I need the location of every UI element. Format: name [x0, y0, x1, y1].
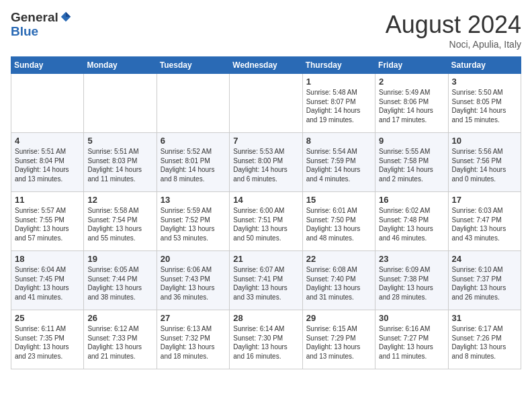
day-number: 6	[161, 136, 226, 146]
calendar-day-cell: 1Sunrise: 5:48 AMSunset: 8:07 PMDaylight…	[302, 74, 375, 133]
day-info: Sunrise: 5:54 AMSunset: 7:59 PMDaylight:…	[306, 147, 371, 183]
location-subtitle: Noci, Apulia, Italy	[386, 39, 521, 50]
logo-icon	[60, 11, 72, 23]
day-info: Sunrise: 6:15 AMSunset: 7:29 PMDaylight:…	[306, 324, 371, 361]
day-info: Sunrise: 6:11 AMSunset: 7:35 PMDaylight:…	[15, 324, 80, 361]
calendar-day-cell: 11Sunrise: 5:57 AMSunset: 7:55 PMDayligh…	[11, 192, 84, 251]
calendar-day-cell: 24Sunrise: 6:10 AMSunset: 7:37 PMDayligh…	[448, 251, 521, 310]
day-info: Sunrise: 5:55 AMSunset: 7:58 PMDaylight:…	[379, 147, 444, 183]
logo-general-text: General	[11, 11, 58, 25]
calendar-day-cell: 13Sunrise: 5:59 AMSunset: 7:52 PMDayligh…	[157, 192, 229, 251]
calendar-day-cell: 5Sunrise: 5:51 AMSunset: 8:03 PMDaylight…	[84, 133, 157, 192]
day-info: Sunrise: 6:08 AMSunset: 7:40 PMDaylight:…	[306, 265, 371, 302]
day-info: Sunrise: 6:14 AMSunset: 7:30 PMDaylight:…	[233, 324, 298, 361]
day-number: 16	[379, 195, 444, 205]
day-info: Sunrise: 6:01 AMSunset: 7:50 PMDaylight:…	[306, 206, 371, 242]
title-section: August 2024 Noci, Apulia, Italy	[386, 11, 521, 50]
day-number: 4	[15, 136, 80, 146]
day-number: 27	[161, 313, 226, 323]
day-number: 9	[379, 136, 444, 146]
calendar-week-row: 4Sunrise: 5:51 AMSunset: 8:04 PMDaylight…	[11, 133, 521, 192]
calendar-day-cell: 29Sunrise: 6:15 AMSunset: 7:29 PMDayligh…	[302, 310, 375, 369]
day-number: 15	[306, 195, 371, 205]
calendar-day-cell: 10Sunrise: 5:56 AMSunset: 7:56 PMDayligh…	[448, 133, 521, 192]
calendar-day-cell: 15Sunrise: 6:01 AMSunset: 7:50 PMDayligh…	[302, 192, 375, 251]
month-year-title: August 2024	[386, 11, 521, 39]
calendar-week-row: 1Sunrise: 5:48 AMSunset: 8:07 PMDaylight…	[11, 74, 521, 133]
day-number: 7	[233, 136, 298, 146]
calendar-day-cell: 8Sunrise: 5:54 AMSunset: 7:59 PMDaylight…	[302, 133, 375, 192]
day-info: Sunrise: 6:02 AMSunset: 7:48 PMDaylight:…	[379, 206, 444, 242]
calendar-day-cell: 27Sunrise: 6:13 AMSunset: 7:32 PMDayligh…	[157, 310, 229, 369]
weekday-header-thursday: Thursday	[302, 57, 375, 74]
logo-blue-text: Blue	[11, 25, 38, 39]
calendar-day-cell: 21Sunrise: 6:07 AMSunset: 7:41 PMDayligh…	[230, 251, 302, 310]
calendar-day-cell: 6Sunrise: 5:52 AMSunset: 8:01 PMDaylight…	[157, 133, 229, 192]
calendar-day-cell: 25Sunrise: 6:11 AMSunset: 7:35 PMDayligh…	[11, 310, 84, 369]
calendar-day-cell: 7Sunrise: 5:53 AMSunset: 8:00 PMDaylight…	[230, 133, 302, 192]
day-number: 18	[15, 254, 80, 264]
calendar-day-cell: 12Sunrise: 5:58 AMSunset: 7:54 PMDayligh…	[84, 192, 157, 251]
day-number: 2	[379, 77, 444, 87]
day-number: 31	[452, 313, 517, 323]
logo: General Blue	[11, 11, 72, 39]
calendar-day-cell: 9Sunrise: 5:55 AMSunset: 7:58 PMDaylight…	[375, 133, 448, 192]
day-number: 19	[87, 254, 152, 264]
calendar-week-row: 18Sunrise: 6:04 AMSunset: 7:45 PMDayligh…	[11, 251, 521, 310]
weekday-header-friday: Friday	[375, 57, 448, 74]
day-info: Sunrise: 6:13 AMSunset: 7:32 PMDaylight:…	[161, 324, 226, 361]
day-info: Sunrise: 5:48 AMSunset: 8:07 PMDaylight:…	[306, 88, 371, 124]
day-info: Sunrise: 6:16 AMSunset: 7:27 PMDaylight:…	[379, 324, 444, 361]
day-info: Sunrise: 6:04 AMSunset: 7:45 PMDaylight:…	[15, 265, 80, 302]
weekday-header-monday: Monday	[84, 57, 157, 74]
calendar-day-cell: 26Sunrise: 6:12 AMSunset: 7:33 PMDayligh…	[84, 310, 157, 369]
day-info: Sunrise: 5:51 AMSunset: 8:03 PMDaylight:…	[87, 147, 152, 183]
calendar-day-cell: 22Sunrise: 6:08 AMSunset: 7:40 PMDayligh…	[302, 251, 375, 310]
calendar-day-cell: 4Sunrise: 5:51 AMSunset: 8:04 PMDaylight…	[11, 133, 84, 192]
calendar-empty-cell	[157, 74, 229, 133]
day-number: 29	[306, 313, 371, 323]
calendar-day-cell: 17Sunrise: 6:03 AMSunset: 7:47 PMDayligh…	[448, 192, 521, 251]
calendar-empty-cell	[230, 74, 302, 133]
calendar-table: SundayMondayTuesdayWednesdayThursdayFrid…	[11, 56, 521, 369]
day-info: Sunrise: 5:59 AMSunset: 7:52 PMDaylight:…	[161, 206, 226, 242]
day-number: 17	[452, 195, 517, 205]
calendar-day-cell: 14Sunrise: 6:00 AMSunset: 7:51 PMDayligh…	[230, 192, 302, 251]
day-info: Sunrise: 6:10 AMSunset: 7:37 PMDaylight:…	[452, 265, 517, 302]
day-number: 13	[161, 195, 226, 205]
day-number: 5	[87, 136, 152, 146]
day-number: 12	[87, 195, 152, 205]
calendar-day-cell: 30Sunrise: 6:16 AMSunset: 7:27 PMDayligh…	[375, 310, 448, 369]
calendar-empty-cell	[84, 74, 157, 133]
calendar-week-row: 11Sunrise: 5:57 AMSunset: 7:55 PMDayligh…	[11, 192, 521, 251]
page-header: General Blue August 2024 Noci, Apulia, I…	[11, 11, 521, 50]
day-info: Sunrise: 6:05 AMSunset: 7:44 PMDaylight:…	[87, 265, 152, 302]
day-number: 11	[15, 195, 80, 205]
day-number: 20	[161, 254, 226, 264]
day-number: 14	[233, 195, 298, 205]
day-info: Sunrise: 5:56 AMSunset: 7:56 PMDaylight:…	[452, 147, 517, 183]
calendar-day-cell: 19Sunrise: 6:05 AMSunset: 7:44 PMDayligh…	[84, 251, 157, 310]
day-info: Sunrise: 6:17 AMSunset: 7:26 PMDaylight:…	[452, 324, 517, 361]
calendar-week-row: 25Sunrise: 6:11 AMSunset: 7:35 PMDayligh…	[11, 310, 521, 369]
day-info: Sunrise: 6:09 AMSunset: 7:38 PMDaylight:…	[379, 265, 444, 302]
day-info: Sunrise: 6:00 AMSunset: 7:51 PMDaylight:…	[233, 206, 298, 242]
weekday-header-tuesday: Tuesday	[157, 57, 229, 74]
day-number: 3	[452, 77, 517, 87]
day-number: 21	[233, 254, 298, 264]
day-number: 30	[379, 313, 444, 323]
calendar-day-cell: 16Sunrise: 6:02 AMSunset: 7:48 PMDayligh…	[375, 192, 448, 251]
day-info: Sunrise: 5:52 AMSunset: 8:01 PMDaylight:…	[161, 147, 226, 183]
calendar-day-cell: 18Sunrise: 6:04 AMSunset: 7:45 PMDayligh…	[11, 251, 84, 310]
calendar-day-cell: 3Sunrise: 5:50 AMSunset: 8:05 PMDaylight…	[448, 74, 521, 133]
day-number: 23	[379, 254, 444, 264]
day-info: Sunrise: 5:58 AMSunset: 7:54 PMDaylight:…	[87, 206, 152, 242]
day-info: Sunrise: 5:57 AMSunset: 7:55 PMDaylight:…	[15, 206, 80, 242]
weekday-header-saturday: Saturday	[448, 57, 521, 74]
day-info: Sunrise: 5:49 AMSunset: 8:06 PMDaylight:…	[379, 88, 444, 124]
weekday-header-row: SundayMondayTuesdayWednesdayThursdayFrid…	[11, 57, 521, 74]
calendar-day-cell: 2Sunrise: 5:49 AMSunset: 8:06 PMDaylight…	[375, 74, 448, 133]
day-info: Sunrise: 6:12 AMSunset: 7:33 PMDaylight:…	[87, 324, 152, 361]
day-info: Sunrise: 5:50 AMSunset: 8:05 PMDaylight:…	[452, 88, 517, 124]
day-number: 28	[233, 313, 298, 323]
